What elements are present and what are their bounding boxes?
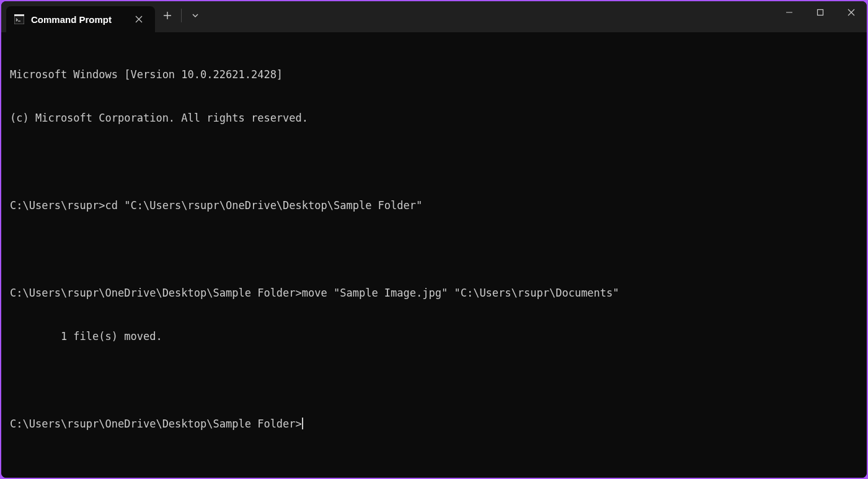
terminal-line: 1 file(s) moved. [10, 329, 858, 344]
terminal-output[interactable]: Microsoft Windows [Version 10.0.22621.24… [1, 32, 867, 478]
tab-actions [155, 1, 208, 32]
tab-command-prompt[interactable]: Command Prompt [6, 6, 155, 32]
tab-title: Command Prompt [31, 14, 126, 25]
close-icon [135, 16, 143, 23]
close-window-button[interactable] [836, 1, 867, 24]
svg-rect-1 [14, 14, 24, 16]
terminal-line: (c) Microsoft Corporation. All rights re… [10, 111, 858, 126]
window-controls [774, 1, 867, 24]
maximize-button[interactable] [805, 1, 836, 24]
cmd-icon [14, 14, 25, 25]
terminal-line [10, 155, 858, 170]
minimize-icon [786, 9, 793, 16]
terminal-prompt: C:\Users\rsupr\OneDrive\Desktop\Sample F… [10, 418, 302, 430]
plus-icon [163, 11, 172, 20]
minimize-button[interactable] [774, 1, 805, 24]
terminal-prompt-line: C:\Users\rsupr\OneDrive\Desktop\Sample F… [10, 417, 858, 432]
terminal-line [10, 243, 858, 257]
cursor [302, 418, 303, 429]
svg-rect-4 [818, 10, 823, 16]
terminal-line: C:\Users\rsupr\OneDrive\Desktop\Sample F… [10, 286, 858, 301]
chevron-down-icon [192, 12, 199, 19]
tab-dropdown-button[interactable] [183, 4, 208, 27]
terminal-line: Microsoft Windows [Version 10.0.22621.24… [10, 68, 858, 83]
close-icon [848, 9, 855, 16]
tab-separator [181, 9, 182, 22]
titlebar: Command Prompt [1, 1, 867, 32]
terminal-line: C:\Users\rsupr>cd "C:\Users\rsupr\OneDri… [10, 199, 858, 213]
new-tab-button[interactable] [155, 4, 180, 27]
terminal-window: Command Prompt Micr [1, 1, 867, 478]
close-tab-button[interactable] [133, 13, 145, 25]
terminal-line [10, 374, 858, 388]
maximize-icon [817, 9, 824, 16]
